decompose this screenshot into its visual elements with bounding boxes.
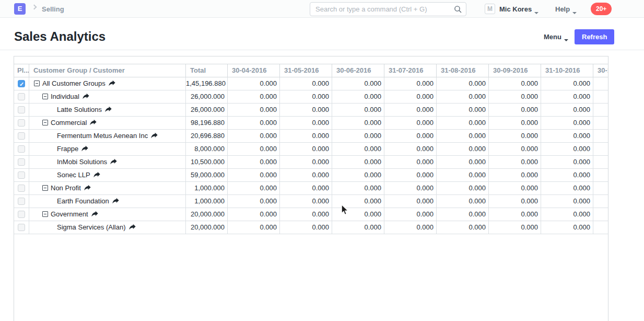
month-value: 0.000 — [280, 104, 332, 116]
checkbox-cell — [14, 156, 29, 168]
user-menu[interactable]: Mic Kores — [499, 5, 538, 13]
month-value: 0.000 — [384, 77, 437, 90]
open-link-icon[interactable] — [93, 171, 100, 178]
open-link-icon[interactable] — [109, 80, 115, 86]
total-value: 98,196.880 — [186, 117, 228, 129]
total-value: 20,696.880 — [186, 130, 228, 142]
column-header[interactable]: 31-08-2016 — [437, 64, 489, 77]
customer-cell: Earth Foundation — [29, 195, 186, 208]
row-checkbox[interactable] — [18, 185, 25, 192]
chevron-down-icon — [564, 39, 568, 43]
row-checkbox[interactable] — [18, 132, 25, 140]
column-header[interactable]: Pl... — [14, 64, 29, 77]
search-icon[interactable] — [454, 5, 462, 14]
search-input[interactable] — [310, 3, 449, 16]
column-header[interactable]: 30-06-2016 — [332, 64, 384, 77]
month-value: 0.000 — [228, 221, 280, 234]
clipped-cell — [593, 77, 608, 90]
month-value: 0.000 — [541, 104, 593, 116]
month-value: 0.000 — [541, 195, 593, 208]
collapse-icon[interactable] — [42, 211, 48, 217]
month-value: 0.000 — [437, 130, 489, 142]
open-link-icon[interactable] — [83, 93, 89, 99]
clipped-cell — [593, 90, 608, 103]
row-checkbox[interactable] — [18, 93, 25, 100]
breadcrumb[interactable]: Selling — [42, 5, 64, 13]
checkbox-cell — [14, 221, 29, 234]
open-link-icon[interactable] — [81, 145, 88, 152]
month-value: 0.000 — [384, 195, 437, 208]
month-value: 0.000 — [280, 156, 332, 168]
open-link-icon[interactable] — [129, 224, 136, 230]
app-logo[interactable]: E — [14, 3, 26, 15]
row-checkbox[interactable] — [18, 224, 25, 231]
collapse-icon[interactable] — [42, 120, 48, 125]
clipped-cell — [593, 117, 608, 129]
month-value: 0.000 — [489, 130, 541, 142]
customer-cell: Latte Solutions — [29, 104, 186, 116]
table-row: All Customer Groups1,45,196.8800.0000.00… — [14, 77, 608, 90]
month-value: 0.000 — [332, 117, 384, 129]
customer-cell: Fermentum Metus Aenean Inc — [29, 130, 186, 142]
open-link-icon[interactable] — [112, 198, 119, 204]
column-header[interactable]: 31-10-2016 — [541, 64, 593, 77]
open-link-icon[interactable] — [110, 158, 117, 165]
month-value: 0.000 — [384, 169, 437, 181]
column-header[interactable]: Total — [186, 64, 228, 77]
month-value: 0.000 — [228, 143, 280, 155]
month-value: 0.000 — [332, 143, 384, 155]
column-header[interactable]: 30-1 — [593, 64, 608, 77]
row-checkbox[interactable] — [18, 106, 25, 113]
column-header[interactable]: 30-09-2016 — [489, 64, 541, 77]
row-label: Sonec LLP — [57, 171, 90, 179]
collapse-icon[interactable] — [42, 185, 48, 191]
table-row: Frappe8,000.0000.0000.0000.0000.0000.000… — [14, 143, 608, 156]
row-checkbox[interactable] — [18, 158, 25, 166]
customer-cell: Individual — [29, 90, 186, 103]
month-value: 0.000 — [541, 130, 593, 142]
month-value: 0.000 — [384, 130, 437, 142]
row-checkbox[interactable] — [18, 119, 25, 127]
month-value: 0.000 — [332, 195, 384, 208]
open-link-icon[interactable] — [90, 119, 97, 125]
month-value: 0.000 — [489, 77, 541, 90]
column-header[interactable]: 31-07-2016 — [384, 64, 437, 77]
table-row: Latte Solutions26,000.0000.0000.0000.000… — [14, 104, 608, 117]
open-link-icon[interactable] — [91, 211, 98, 217]
refresh-button[interactable]: Refresh — [575, 29, 614, 44]
analytics-grid: Pl...Customer Group / CustomerTotal30-04… — [14, 56, 608, 321]
menu-button[interactable]: Menu — [544, 33, 568, 41]
row-checkbox[interactable] — [18, 198, 25, 205]
month-value: 0.000 — [228, 182, 280, 194]
month-value: 0.000 — [332, 90, 384, 103]
table-row: InMobi Solutions10,500.0000.0000.0000.00… — [14, 156, 608, 169]
month-value: 0.000 — [280, 77, 332, 90]
collapse-icon[interactable] — [34, 81, 40, 86]
collapse-icon[interactable] — [42, 94, 48, 99]
checkbox-cell — [14, 104, 29, 116]
row-label: Non Profit — [51, 184, 81, 192]
notifications-badge[interactable]: 20+ — [591, 3, 612, 15]
month-value: 0.000 — [489, 182, 541, 194]
row-checkbox[interactable] — [18, 171, 25, 179]
row-checkbox[interactable] — [18, 211, 25, 218]
avatar[interactable]: M — [485, 4, 495, 14]
help-menu[interactable]: Help — [555, 5, 577, 13]
row-checkbox-checked[interactable] — [18, 80, 25, 87]
table-row: Fermentum Metus Aenean Inc20,696.8800.00… — [14, 130, 608, 143]
column-header[interactable]: 30-04-2016 — [228, 64, 280, 77]
month-value: 0.000 — [437, 221, 489, 234]
customer-cell: InMobi Solutions — [29, 156, 186, 168]
open-link-icon[interactable] — [151, 132, 158, 139]
row-checkbox[interactable] — [18, 145, 25, 153]
month-value: 0.000 — [332, 169, 384, 181]
month-value: 0.000 — [384, 143, 437, 155]
row-label: Individual — [51, 93, 79, 100]
column-header[interactable]: 31-05-2016 — [280, 64, 332, 77]
total-value: 20,000.000 — [186, 208, 228, 221]
open-link-icon[interactable] — [105, 106, 112, 112]
open-link-icon[interactable] — [84, 185, 91, 191]
month-value: 0.000 — [489, 117, 541, 129]
column-header[interactable]: Customer Group / Customer — [29, 64, 186, 77]
customer-cell: Sigma Services (Allan) — [29, 221, 186, 234]
